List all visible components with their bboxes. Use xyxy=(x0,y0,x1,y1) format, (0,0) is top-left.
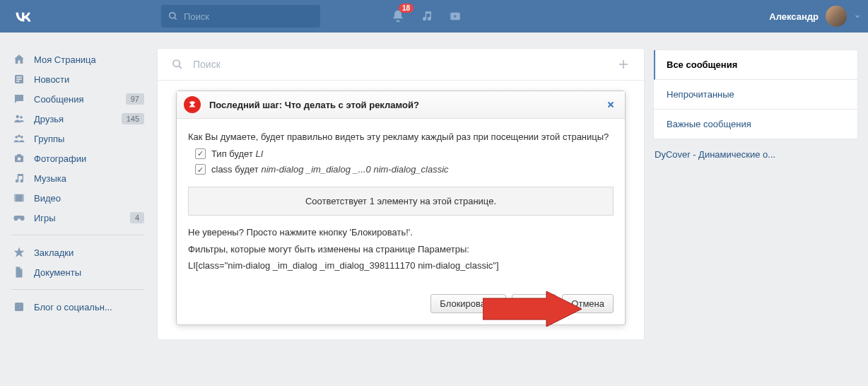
vk-logo-icon[interactable] xyxy=(13,6,34,27)
sidebar-item-label: Закладки xyxy=(34,247,144,258)
svg-rect-15 xyxy=(23,194,24,202)
match-count-box: Соответствует 1 элементу на этой страниц… xyxy=(188,187,614,216)
checkbox-row-type[interactable]: ✓ Тип будет LI xyxy=(195,147,614,161)
svg-line-18 xyxy=(179,66,182,69)
header-search-input[interactable] xyxy=(184,11,313,22)
music-icon[interactable] xyxy=(421,10,433,23)
sidebar-separator xyxy=(11,235,144,235)
sidebar-item-label: Видео xyxy=(34,193,144,204)
filter-tab-all[interactable]: Все сообщения xyxy=(654,50,857,80)
sidebar-item-documents[interactable]: Документы xyxy=(7,262,148,282)
dialog-question-text: Как Вы думаете, будет правильно видеть э… xyxy=(188,130,614,144)
filters-label-text: Фильтры, которые могут быть изменены на … xyxy=(188,242,614,257)
app-header: 18 Александр xyxy=(0,0,868,33)
sidebar-item-bookmarks[interactable]: Закладки xyxy=(7,242,148,262)
sidebar-badge: 97 xyxy=(126,93,144,105)
groups-icon xyxy=(11,132,27,145)
home-icon xyxy=(11,53,27,66)
star-icon xyxy=(11,246,27,259)
sidebar-item-news[interactable]: Новости xyxy=(7,69,148,89)
back-button[interactable]: Назад xyxy=(512,294,556,313)
new-message-icon[interactable] xyxy=(617,58,630,71)
news-icon xyxy=(11,73,27,86)
sidebar-item-label: Документы xyxy=(34,267,144,278)
document-icon xyxy=(11,266,27,279)
stop-icon xyxy=(184,96,201,113)
blog-icon xyxy=(11,300,27,313)
sidebar-item-label: Моя Страница xyxy=(34,54,144,65)
film-icon xyxy=(11,192,27,204)
svg-point-10 xyxy=(20,136,23,139)
unsure-hint-text: Не уверены? Просто нажмите кнопку 'Блоки… xyxy=(188,226,614,240)
dialog-container: Последний шаг: Что делать с этой рекламо… xyxy=(158,81,644,339)
sidebar-item-games[interactable]: Игры 4 xyxy=(7,208,148,228)
filter-tab-unread[interactable]: Непрочитанные xyxy=(654,80,857,110)
chevron-down-icon xyxy=(854,13,861,20)
svg-point-11 xyxy=(18,134,20,137)
sidebar-badge: 145 xyxy=(122,113,144,124)
sidebar-item-label: Фотографии xyxy=(34,153,144,164)
notifications-icon[interactable]: 18 xyxy=(391,9,405,23)
sidebar-item-label: Группы xyxy=(34,134,144,144)
sidebar-item-label: Друзья xyxy=(34,114,122,124)
filter-tab-important[interactable]: Важные сообщения xyxy=(654,110,857,139)
sidebar-item-label: Музыка xyxy=(34,173,144,184)
sidebar-item-label: Сообщения xyxy=(34,94,126,105)
sidebar-item-label: Игры xyxy=(34,213,130,223)
messages-search-input[interactable] xyxy=(193,59,617,70)
search-icon xyxy=(172,59,183,70)
notification-badge: 18 xyxy=(399,4,414,13)
header-icons-group: 18 xyxy=(391,9,462,23)
sidebar-badge: 4 xyxy=(130,212,144,223)
sidebar-item-video[interactable]: Видео xyxy=(7,188,148,208)
svg-rect-5 xyxy=(16,78,22,80)
cancel-button[interactable]: Отмена xyxy=(562,294,614,313)
sidebar-item-blog[interactable]: Блог о социальн... xyxy=(7,297,148,317)
sidebar-item-my-page[interactable]: Моя Страница xyxy=(7,49,148,69)
sidebar-item-label: Блог о социальн... xyxy=(34,302,144,312)
sidebar-item-music[interactable]: Музыка xyxy=(7,168,148,188)
svg-rect-16 xyxy=(15,303,23,311)
sidebar-item-groups[interactable]: Группы xyxy=(7,129,148,148)
left-sidebar: Моя Страница Новости Сообщения 97 Друзья… xyxy=(7,33,148,340)
main-content: Последний шаг: Что делать с этой рекламо… xyxy=(157,33,645,340)
dialog-close-icon[interactable] xyxy=(604,100,618,109)
svg-rect-6 xyxy=(16,81,20,82)
dialog-button-row: Блокировать! Назад Отмена xyxy=(177,288,625,324)
svg-point-0 xyxy=(170,13,175,18)
checkbox-icon[interactable]: ✓ xyxy=(195,148,206,159)
sidebar-item-messages[interactable]: Сообщения 97 xyxy=(7,89,148,109)
adblock-dialog: Последний шаг: Что делать с этой рекламо… xyxy=(176,90,626,325)
search-icon xyxy=(168,11,178,21)
svg-point-12 xyxy=(18,158,21,161)
sidebar-item-photos[interactable]: Фотографии xyxy=(7,148,148,168)
user-menu[interactable]: Александр xyxy=(769,6,861,27)
friends-icon xyxy=(11,112,27,125)
sidebar-separator xyxy=(11,289,144,290)
checkbox-icon[interactable]: ✓ xyxy=(195,164,206,175)
filters-value-text: LI[class="nim-dialog _im_dialog _im_dial… xyxy=(188,259,614,273)
gamepad-icon xyxy=(11,211,27,224)
svg-point-8 xyxy=(20,116,23,119)
dycover-link[interactable]: DyCover - Динамические о... xyxy=(653,139,858,160)
dialog-title: Последний шаг: Что делать с этой рекламо… xyxy=(209,100,419,110)
header-search[interactable] xyxy=(161,5,320,28)
sidebar-item-label: Новости xyxy=(34,74,144,85)
dialog-body: Как Вы думаете, будет правильно видеть э… xyxy=(177,119,625,288)
checkbox-label: Тип будет LI xyxy=(211,147,263,161)
svg-point-17 xyxy=(173,60,180,66)
panel-search-row xyxy=(158,49,644,81)
svg-rect-4 xyxy=(16,76,22,78)
block-button[interactable]: Блокировать! xyxy=(430,294,506,313)
messages-panel: Последний шаг: Что делать с этой рекламо… xyxy=(157,48,645,340)
svg-point-9 xyxy=(15,136,18,139)
camera-icon xyxy=(11,152,27,165)
svg-point-7 xyxy=(16,115,20,119)
svg-line-1 xyxy=(175,18,177,20)
messages-icon xyxy=(11,93,27,105)
svg-rect-14 xyxy=(14,194,16,202)
checkbox-row-class[interactable]: ✓ class будет nim-dialog _im_dialog _...… xyxy=(195,163,614,177)
user-name-label: Александр xyxy=(769,11,819,22)
sidebar-item-friends[interactable]: Друзья 145 xyxy=(7,109,148,129)
video-play-icon[interactable] xyxy=(449,10,462,23)
